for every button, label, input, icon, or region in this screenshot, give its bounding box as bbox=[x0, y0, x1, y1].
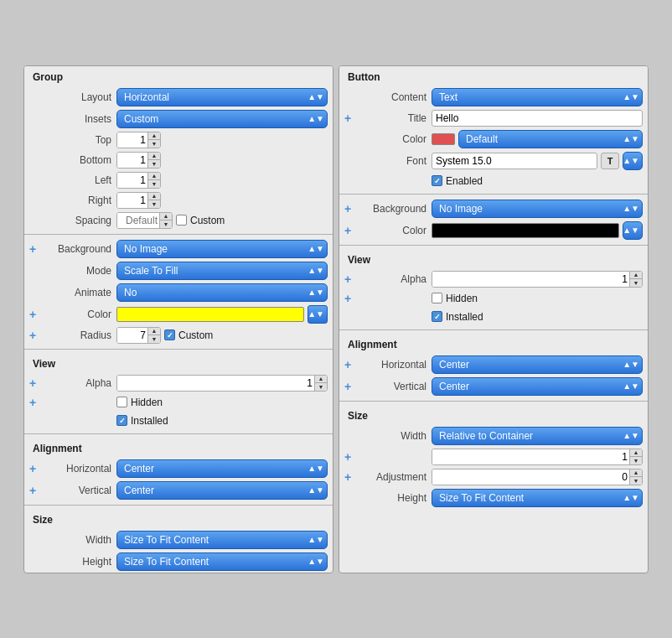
btn-font-input[interactable]: System 15.0 bbox=[432, 153, 597, 169]
spacing-up[interactable]: ▲ bbox=[160, 212, 172, 220]
group-alpha-input[interactable]: 1 bbox=[117, 376, 314, 391]
group-color-plus[interactable]: + bbox=[29, 308, 41, 321]
btn-alpha-input[interactable]: 1 bbox=[432, 272, 629, 287]
btn-alpha-plus[interactable]: + bbox=[344, 272, 356, 286]
spacing-input[interactable] bbox=[117, 213, 159, 228]
btn-horizontal-select[interactable]: Center bbox=[432, 355, 643, 374]
btn-height-row: Height Size To Fit Content ▲▼ bbox=[339, 487, 648, 509]
bottom-row: Bottom 1 ▲ ▼ bbox=[24, 150, 333, 170]
right-input[interactable]: 1 bbox=[117, 193, 147, 208]
group-background-select[interactable]: No Image bbox=[116, 240, 328, 258]
radius-plus[interactable]: + bbox=[29, 329, 41, 342]
radius-input[interactable]: 7 bbox=[117, 328, 147, 343]
radius-up[interactable]: ▲ bbox=[148, 327, 160, 335]
group-alpha-down[interactable]: ▼ bbox=[315, 383, 327, 392]
group-width-select[interactable]: Size To Fit Content bbox=[116, 531, 328, 549]
group-alpha-plus[interactable]: + bbox=[29, 376, 41, 390]
left-up[interactable]: ▲ bbox=[148, 172, 160, 180]
radius-custom-checkbox[interactable] bbox=[164, 329, 175, 340]
btn-horizontal-label: Horizontal bbox=[359, 359, 426, 371]
bottom-input[interactable]: 1 bbox=[117, 153, 147, 168]
spacing-custom-checkbox[interactable] bbox=[176, 215, 187, 226]
group-panel: Group Layout Horizontal ▲▼ Insets Custom… bbox=[23, 65, 333, 573]
btn-width-num-input[interactable]: 1 bbox=[432, 449, 629, 464]
group-hidden-checkbox[interactable] bbox=[116, 397, 127, 407]
left-label: Left bbox=[44, 174, 111, 186]
btn-background-select[interactable]: No Image bbox=[432, 200, 643, 218]
left-input[interactable]: 1 bbox=[117, 173, 147, 188]
group-view-title: View bbox=[24, 353, 333, 373]
insets-select[interactable]: Custom bbox=[116, 110, 328, 128]
right-down[interactable]: ▼ bbox=[148, 200, 160, 209]
group-hidden-wrapper: Hidden bbox=[116, 397, 163, 408]
group-installed-checkbox[interactable] bbox=[116, 415, 127, 426]
btn-color-swatch[interactable] bbox=[432, 133, 455, 145]
btn-title-plus[interactable]: + bbox=[344, 112, 356, 125]
btn-alpha-up[interactable]: ▲ bbox=[630, 271, 642, 279]
mode-select[interactable]: Scale To Fill bbox=[116, 262, 328, 280]
btn-font-stepper[interactable] bbox=[623, 152, 643, 170]
group-color-select[interactable] bbox=[308, 305, 328, 324]
btn-width-num-up[interactable]: ▲ bbox=[630, 449, 642, 457]
btn-width-num-plus[interactable]: + bbox=[344, 450, 356, 464]
btn-bg-color-swatch[interactable] bbox=[432, 223, 619, 238]
right-up[interactable]: ▲ bbox=[148, 192, 160, 200]
group-alpha-btns: ▲ ▼ bbox=[314, 375, 327, 392]
btn-content-select[interactable]: Text bbox=[432, 88, 643, 106]
group-vertical-select-wrapper: Center ▲▼ bbox=[116, 481, 328, 500]
group-background-plus[interactable]: + bbox=[29, 242, 41, 256]
group-horizontal-select[interactable]: Center bbox=[116, 459, 328, 478]
btn-width-num-btns: ▲ ▼ bbox=[629, 449, 642, 465]
btn-horizontal-plus[interactable]: + bbox=[344, 358, 356, 371]
radius-btns: ▲ ▼ bbox=[147, 327, 160, 344]
btn-adjustment-plus[interactable]: + bbox=[344, 470, 356, 484]
top-down[interactable]: ▼ bbox=[148, 140, 160, 148]
btn-adjustment-down[interactable]: ▼ bbox=[630, 477, 642, 485]
layout-select[interactable]: Horizontal bbox=[116, 88, 328, 106]
btn-width-select[interactable]: Relative to Container bbox=[432, 427, 643, 445]
btn-title-input[interactable]: Hello bbox=[432, 110, 643, 127]
radius-down[interactable]: ▼ bbox=[148, 335, 160, 344]
bottom-up[interactable]: ▲ bbox=[148, 152, 160, 160]
btn-content-label: Content bbox=[359, 91, 426, 103]
btn-enabled-checkbox[interactable] bbox=[432, 175, 442, 186]
group-vertical-plus[interactable]: + bbox=[29, 484, 41, 497]
btn-bg-color-plus[interactable]: + bbox=[344, 224, 356, 237]
group-vertical-select[interactable]: Center bbox=[116, 481, 328, 500]
group-hidden-plus[interactable]: + bbox=[29, 396, 41, 409]
btn-vertical-select[interactable]: Center bbox=[432, 377, 643, 396]
btn-alpha-label: Alpha bbox=[359, 273, 426, 285]
group-height-row: Height Size To Fit Content ▲▼ bbox=[24, 551, 333, 573]
btn-adjustment-input[interactable]: 0 bbox=[432, 469, 629, 485]
btn-width-num-down[interactable]: ▼ bbox=[630, 457, 642, 465]
btn-hidden-plus[interactable]: + bbox=[344, 292, 356, 305]
top-label: Top bbox=[44, 134, 111, 146]
btn-color-select[interactable]: Default bbox=[458, 130, 643, 148]
btn-enabled-wrapper: Enabled bbox=[432, 175, 483, 187]
group-size-title: Size bbox=[24, 509, 333, 529]
t-icon[interactable]: T bbox=[601, 153, 619, 169]
animate-select[interactable]: No bbox=[116, 283, 328, 302]
top-input[interactable]: 1 bbox=[117, 132, 147, 148]
btn-bg-color-select[interactable] bbox=[623, 221, 643, 240]
btn-height-select[interactable]: Size To Fit Content bbox=[432, 489, 643, 507]
group-height-select[interactable]: Size To Fit Content bbox=[116, 552, 328, 571]
group-horizontal-plus[interactable]: + bbox=[29, 462, 41, 475]
group-alpha-up[interactable]: ▲ bbox=[315, 375, 327, 383]
group-horizontal-label: Horizontal bbox=[44, 463, 111, 475]
btn-alpha-down[interactable]: ▼ bbox=[630, 279, 642, 288]
btn-adjustment-up[interactable]: ▲ bbox=[630, 469, 642, 477]
btn-hidden-checkbox[interactable] bbox=[432, 293, 442, 303]
btn-vertical-plus[interactable]: + bbox=[344, 380, 356, 393]
btn-width-num-spinner: 1 ▲ ▼ bbox=[432, 449, 643, 465]
group-horizontal-row: + Horizontal Center ▲▼ bbox=[24, 458, 333, 480]
btn-background-plus[interactable]: + bbox=[344, 202, 356, 215]
spacing-down[interactable]: ▼ bbox=[160, 220, 172, 229]
bottom-down[interactable]: ▼ bbox=[148, 160, 160, 169]
btn-installed-checkbox[interactable] bbox=[432, 311, 442, 322]
group-color-swatch-wrapper: ▲▼ bbox=[116, 305, 328, 324]
group-color-swatch[interactable] bbox=[116, 307, 304, 322]
left-down[interactable]: ▼ bbox=[148, 180, 160, 189]
button-title: Button bbox=[339, 66, 648, 86]
top-up[interactable]: ▲ bbox=[148, 132, 160, 140]
